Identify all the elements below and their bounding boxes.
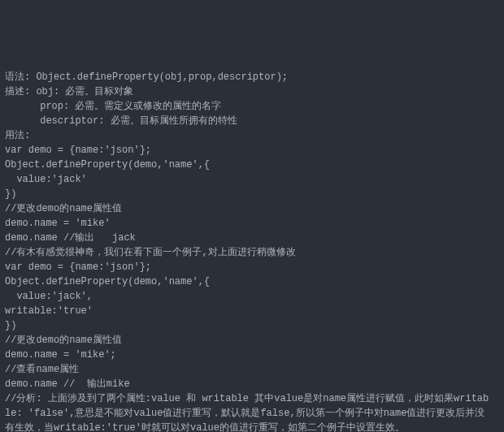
code-block: 语法: Object.defineProperty(obj,prop,descr… xyxy=(5,70,499,432)
code-line-21: demo.name // 输出mike xyxy=(5,377,499,391)
code-line-12: //有木有感觉很神奇，我们在看下面一个例子,对上面进行稍微修改 xyxy=(5,245,499,260)
code-line-24: 有生效，当writable:'true'时就可以对value的值进行重写，如第二… xyxy=(5,421,499,432)
code-line-11: demo.name //输出 jack xyxy=(5,231,499,245)
code-line-5: var demo = {name:'json'}; xyxy=(5,143,499,158)
code-line-22: //分析: 上面涉及到了两个属性:value 和 writable 其中valu… xyxy=(5,391,499,406)
code-line-19: demo.name = 'mike'; xyxy=(5,348,499,362)
code-line-16: writable:'true' xyxy=(5,304,499,318)
code-line-18: //更改demo的name属性值 xyxy=(5,333,499,348)
code-line-20: //查看name属性 xyxy=(5,362,499,377)
code-line-3: descriptor: 必需。目标属性所拥有的特性 xyxy=(5,114,499,128)
code-line-0: 语法: Object.defineProperty(obj,prop,descr… xyxy=(5,70,499,84)
code-line-6: Object.defineProperty(demo,'name',{ xyxy=(5,158,499,172)
code-line-1: 描述: obj: 必需。目标对象 xyxy=(5,84,499,99)
code-line-13: var demo = {name:'json'}; xyxy=(5,260,499,274)
code-line-9: //更改demo的name属性值 xyxy=(5,201,499,216)
code-line-23: le: 'false',意思是不能对value值进行重写，默认就是false,所… xyxy=(5,406,499,421)
code-line-8: }) xyxy=(5,187,499,201)
code-line-4: 用法: xyxy=(5,128,499,143)
code-line-7: value:'jack' xyxy=(5,172,499,187)
code-line-10: demo.name = 'mike' xyxy=(5,216,499,231)
code-line-15: value:'jack', xyxy=(5,289,499,304)
code-line-17: }) xyxy=(5,318,499,333)
code-line-2: prop: 必需。需定义或修改的属性的名字 xyxy=(5,99,499,114)
code-line-14: Object.defineProperty(demo,'name',{ xyxy=(5,274,499,289)
